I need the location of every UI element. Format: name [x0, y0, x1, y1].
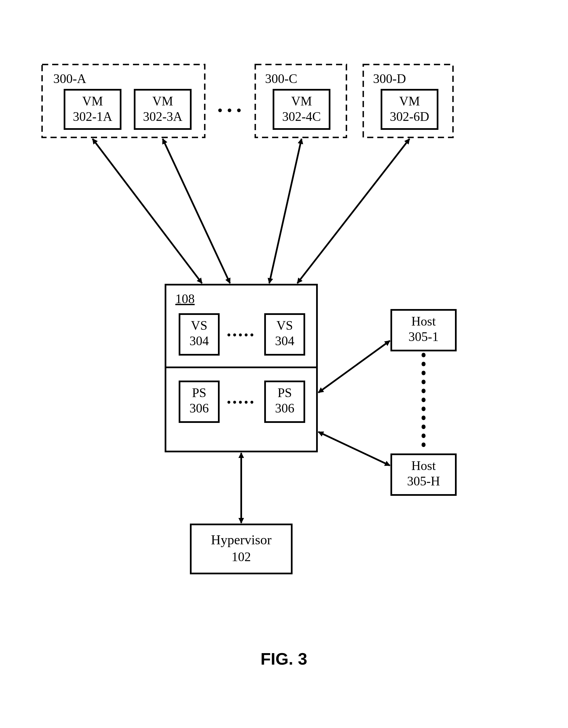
- group-300a: 300-A VM 302-1A VM 302-3A: [42, 64, 205, 137]
- svg-rect-35: [191, 524, 292, 573]
- svg-text:VM: VM: [82, 94, 103, 108]
- svg-text:PS: PS: [192, 386, 206, 400]
- svg-text:PS: PS: [277, 386, 292, 400]
- arrow-center-host1: [318, 341, 390, 393]
- center-id: 108: [175, 292, 195, 306]
- svg-text:Host: Host: [411, 459, 436, 473]
- svg-text:Host: Host: [411, 314, 436, 328]
- figure-caption: FIG. 3: [261, 649, 307, 668]
- vm-302-3a: VM 302-3A: [135, 90, 191, 129]
- ps-306-2: PS 306: [265, 381, 304, 422]
- svg-text:302-4C: 302-4C: [282, 109, 321, 124]
- host-305-h: Host 305-H: [391, 454, 456, 495]
- vm-302-1a: VM 302-1A: [65, 90, 121, 129]
- host-305-1: Host 305-1: [391, 310, 456, 351]
- svg-text:306: 306: [275, 401, 295, 415]
- svg-text:VS: VS: [277, 318, 293, 333]
- vm-302-6d: VM 302-6D: [381, 90, 438, 129]
- vs-304-1: VS 304: [180, 314, 219, 355]
- arrow-vm6d-center: [297, 139, 410, 283]
- arrow-vm1a-center: [93, 139, 202, 283]
- svg-text:305-H: 305-H: [407, 474, 440, 488]
- hypervisor-102: Hypervisor 102: [191, 524, 292, 573]
- svg-text:302-6D: 302-6D: [390, 109, 429, 124]
- group-300a-label: 300-A: [53, 72, 86, 86]
- vs-304-2: VS 304: [265, 314, 304, 355]
- ellipsis-top: ● ● ●: [217, 105, 242, 114]
- svg-text:VM: VM: [152, 94, 173, 108]
- svg-text:306: 306: [190, 401, 209, 415]
- group-300c: 300-C VM 302-4C: [255, 64, 346, 137]
- center-108: 108 VS 304 ●●●●● VS 304 PS 306 ●●●●● PS …: [165, 285, 317, 451]
- svg-text:VM: VM: [399, 94, 420, 108]
- arrow-center-hosth: [318, 432, 390, 466]
- dots-ps: ●●●●●: [227, 398, 256, 406]
- svg-text:302-3A: 302-3A: [143, 109, 183, 124]
- svg-text:VM: VM: [291, 94, 312, 108]
- svg-text:Hypervisor: Hypervisor: [211, 532, 272, 547]
- svg-text:305-1: 305-1: [408, 330, 438, 344]
- arrow-vm4c-center: [269, 139, 302, 283]
- group-300c-label: 300-C: [265, 72, 297, 86]
- svg-text:VS: VS: [191, 318, 208, 333]
- group-300d: 300-D VM 302-6D: [363, 64, 453, 137]
- group-300d-label: 300-D: [373, 72, 406, 86]
- svg-text:304: 304: [190, 334, 209, 348]
- dots-vs: ●●●●●: [227, 331, 256, 338]
- svg-text:304: 304: [275, 334, 295, 348]
- diagram-figure-3: 300-A VM 302-1A VM 302-3A ● ● ● 300-C VM…: [0, 0, 568, 728]
- svg-text:302-1A: 302-1A: [73, 109, 112, 124]
- arrow-vm3a-center: [163, 139, 230, 283]
- ps-306-1: PS 306: [180, 381, 219, 422]
- svg-text:102: 102: [232, 550, 251, 564]
- vm-302-4c: VM 302-4C: [273, 90, 330, 129]
